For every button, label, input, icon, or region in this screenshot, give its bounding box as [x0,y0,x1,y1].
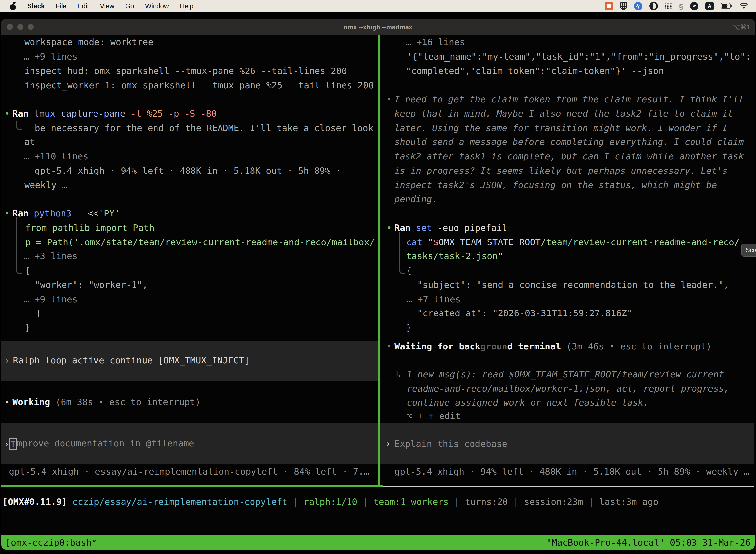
cat-command-line: tasks/task-2.json" [406,251,503,262]
mailbox-note-text: continue assigned work or next feasible … [407,397,649,408]
chevron-icon: › [4,355,10,366]
left-pane-border [1,486,383,487]
menu-window[interactable]: Window [145,2,169,10]
collapsed-lines-note[interactable]: … +110 lines [24,151,88,162]
thinking-text: task2 after task1 is complete, but can I… [394,151,744,162]
pulse-app-icon[interactable] [634,2,642,10]
command-output: at [24,136,35,148]
model-status-line: gpt-5.4 xhigh · essay/ai-reimplementatio… [9,466,369,477]
window-title: omx --xhigh --madmax [1,19,755,35]
json-output-line: "worker": "worker-1", [35,279,147,290]
json-output-line: { [406,265,412,276]
output-corner-guide [16,217,22,274]
timer-badge-icon[interactable]: ..61 [690,2,698,10]
ran-tmux-command: Ran tmux capture-pane -t %25 -p -S -80 [12,108,217,119]
command-output: gpt-5.4 xhigh · 94% left · 488K in · 5.1… [35,165,341,176]
json-output-line: { [25,265,30,276]
json-output-line: "completed","claim_token":"claim-token"}… [406,65,664,76]
omx-team-count: team:1 workers [374,496,449,507]
ran-bullet-icon: • [386,222,392,233]
thinking-text: keep that in mind. Maybe I also need the… [394,108,733,119]
log-line: inspect_hud: omx sparkshell --tmux-pane … [24,65,347,76]
log-line: inspect_worker-1: omx sparkshell --tmux-… [24,80,374,91]
command-output: weekly … [24,180,67,190]
edit-shortcut-hint: ⌥ + ↑ edit [407,410,460,422]
grid-dots-icon[interactable] [665,3,672,9]
collapsed-lines-note[interactable]: … +3 lines [24,251,78,262]
prompt-input-placeholder[interactable]: Explain this codebase [394,438,507,449]
menu-help[interactable]: Help [180,2,194,10]
waiting-bullet-icon: • [386,341,392,352]
json-output-line: } [25,322,30,333]
collapsed-lines-note[interactable]: … +7 lines [407,294,460,305]
json-output-line: } [406,322,412,333]
output-corner-guide [16,121,22,130]
json-output-line: '{"team_name":"my-team","task_id":"1","f… [407,51,751,62]
ran-set-command: Ran set -euo pipefail [394,222,507,233]
prompt-chevron-icon: › [385,438,391,449]
input-source-icon[interactable]: A [705,2,714,10]
moon-app-icon[interactable] [649,2,657,10]
json-output-line: "subject": "send a concise recommendatio… [417,279,729,290]
omx-status-line: [OMX#0.11.9] cczip/essay/ai-reimplementa… [2,496,658,507]
omx-version: [OMX#0.11.9] [2,496,67,507]
thinking-text: should send a message before completing … [394,136,744,148]
collapsed-lines-note[interactable]: … +16 lines [406,37,465,48]
menu-go[interactable]: Go [125,2,134,10]
prompt-input-text[interactable]: Improve documentation in @filename [9,438,194,450]
omx-last-activity: last:3m ago [599,496,658,507]
mailbox-note-text: readme-and-reco/mailbox/worker-1.json, a… [407,383,729,394]
menu-view[interactable]: View [100,2,114,10]
tmux-host-time: "MacBook-Pro-44.local" 05:03 31-Mar-26 [546,537,751,547]
thinking-text: later. Using the same for transition mig… [394,123,728,133]
log-line: workspace_mode: worktree [24,37,153,48]
working-status: Working (6m 38s • esc to interrupt) [12,397,201,407]
title-bar[interactable]: omx --xhigh --madmax ⌥⌘1 [1,19,755,35]
ran-bullet-icon: • [4,208,10,219]
tmux-session-label: [omx-cczip0:bash* [5,537,97,547]
mailbox-note-text: 1 new msg(s): read $OMX_TEAM_STATE_ROOT/… [407,369,729,380]
text-cursor: I [9,438,17,450]
thinking-text: is in progress? It seems likely but perh… [394,165,728,176]
command-output: be necessary for the end of the README. … [35,123,373,133]
ralph-loop-status: Ralph loop active continue [OMX_TMUX_INJ… [13,355,250,366]
collapsed-lines-note[interactable]: … +9 lines [24,294,78,305]
shield-icon[interactable] [620,2,627,10]
collapsed-lines-note[interactable]: … +9 lines [24,51,78,62]
right-pane-border [383,486,754,487]
menu-bar: Slack File Edit View Go Window Help § ..… [0,0,756,12]
omx-session-time: session:23m [524,496,583,507]
output-corner-guide [399,232,405,274]
waiting-status: Waiting for background terminal (3m 46s … [394,341,712,352]
omx-repo: cczip/essay/ai-reimplementation-copyleft [72,496,288,507]
window-shortcut-badge: ⌥⌘1 [733,19,750,35]
menu-edit[interactable]: Edit [77,2,89,10]
tmux-status-bar[interactable]: [omx-cczip0:bash* "MacBook-Pro-44.local"… [1,535,755,550]
reply-arrow-icon: ↳ [396,369,401,380]
json-output-line: "created_at": "2026-03-31T11:59:27.816Z" [417,308,632,319]
wifi-icon[interactable] [740,3,748,9]
battery-icon[interactable] [721,3,733,9]
screen-tooltip: Scre [741,244,756,257]
ran-bullet-icon: • [4,108,10,119]
python-code-line: from pathlib import Path [25,222,154,233]
json-output-line: ] [36,308,41,319]
menu-file[interactable]: File [56,2,67,10]
thinking-text: pending. [394,193,437,205]
omx-turns: turns:20 [465,496,508,507]
screen: Slack File Edit View Go Window Help § ..… [0,0,756,554]
chat-app-icon[interactable] [605,2,613,10]
helix-icon[interactable]: § [679,2,683,10]
model-status-line: gpt-5.4 xhigh · 94% left · 488K in · 5.1… [394,466,749,477]
apple-menu-icon[interactable] [10,2,16,10]
prompt-chevron-icon: › [4,438,9,449]
thinking-text: inspect task2's JSON, focusing on the st… [394,180,717,190]
thinking-text: I need to get the claim token from the c… [394,94,744,105]
pane-divider[interactable] [378,35,380,486]
omx-ralph-count: ralph:1/10 [304,496,358,507]
thinking-bullet-icon: • [386,94,392,105]
cat-command-line: cat "$OMX_TEAM_STATE_ROOT/team/review-cu… [406,237,740,248]
working-bullet-icon: • [4,397,10,407]
menu-app-name[interactable]: Slack [27,2,45,10]
ran-python-command: Ran python3 - <<'PY' [12,208,120,219]
